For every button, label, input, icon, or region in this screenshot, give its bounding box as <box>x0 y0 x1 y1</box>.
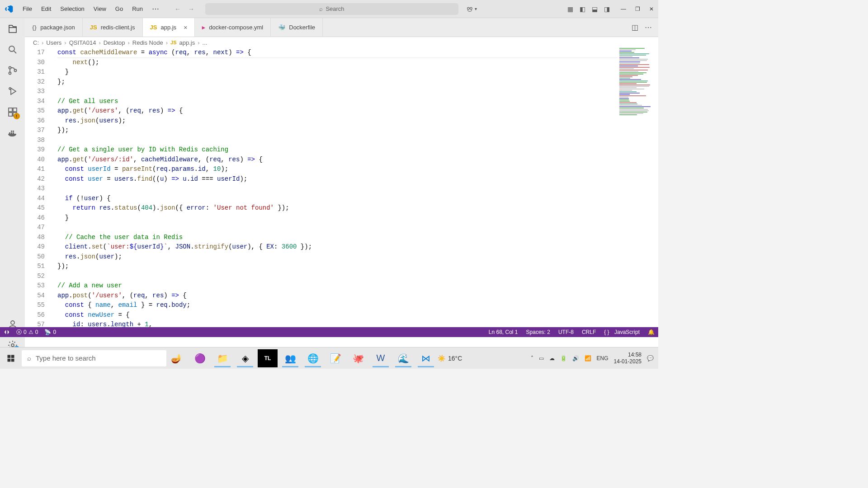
split-editor-icon[interactable]: ◫ <box>632 23 638 32</box>
taskbar-teams-icon[interactable]: 👥 <box>280 349 300 367</box>
layout-sidebar-right-icon[interactable]: ◨ <box>604 5 610 13</box>
copilot-button[interactable]: ▾ <box>466 5 477 13</box>
search-icon: ⌕ <box>319 5 323 12</box>
layout-sidebar-left-icon[interactable]: ◧ <box>580 5 585 13</box>
svg-point-4 <box>9 72 11 75</box>
taskbar-clock[interactable]: 14:58 14-01-2025 <box>614 352 642 365</box>
js-file-icon: JS <box>90 24 97 31</box>
taskbar-search[interactable]: ⌕ Type here to search <box>22 350 166 366</box>
command-center-search[interactable]: ⌕ Search <box>205 3 458 15</box>
breadcrumb-item[interactable]: QSITA014 <box>69 39 96 46</box>
menu-go[interactable]: Go <box>111 0 127 18</box>
breadcrumb-item[interactable]: Users <box>46 39 61 46</box>
taskbar-weather[interactable]: ☀️ 16°C <box>438 355 462 362</box>
menu-view[interactable]: View <box>89 0 111 18</box>
chevron-down-icon: ▾ <box>475 6 477 11</box>
layout-panel-icon[interactable]: ⬓ <box>592 5 598 13</box>
tray-onedrive-icon[interactable]: ☁ <box>549 355 555 361</box>
problems-indicator[interactable]: ⓧ0 ⚠0 <box>16 328 38 336</box>
extensions-icon[interactable]: ! <box>7 107 18 117</box>
svg-rect-15 <box>8 358 11 361</box>
layout-customize-icon[interactable]: ▦ <box>567 5 573 13</box>
taskbar-chrome-icon[interactable]: 🌐 <box>303 349 323 367</box>
menu-run[interactable]: Run <box>127 0 147 18</box>
tab-package-json[interactable]: {}package.json <box>25 18 83 37</box>
tab-app-js[interactable]: JSapp.js× <box>143 18 195 37</box>
titlebar: File Edit Selection View Go Run ⋯ ← → ⌕ … <box>0 0 658 18</box>
breadcrumb-item[interactable]: Redis Node <box>132 39 163 46</box>
close-icon[interactable]: ✕ <box>649 6 654 12</box>
menu-selection[interactable]: Selection <box>56 0 89 18</box>
menu-more-icon[interactable]: ⋯ <box>147 0 164 18</box>
taskbar-tl-icon[interactable]: TL <box>258 349 278 367</box>
maximize-icon[interactable]: ❐ <box>635 6 640 12</box>
tray-notifications-icon[interactable]: 💬 <box>647 355 654 361</box>
svg-point-1 <box>470 7 472 9</box>
taskbar-vscode-icon[interactable]: ⋈ <box>416 349 436 367</box>
taskbar-explorer-icon[interactable]: 📁 <box>212 349 232 367</box>
tray-wifi-icon[interactable]: 📶 <box>585 355 591 361</box>
clock-time: 14:58 <box>614 352 642 358</box>
indentation[interactable]: Spaces: 2 <box>526 329 550 335</box>
tray-language[interactable]: ENG <box>597 355 609 361</box>
json-file-icon: {} <box>32 24 37 31</box>
source-control-icon[interactable] <box>7 65 18 76</box>
tray-battery-icon[interactable]: 🔋 <box>560 355 567 361</box>
docker-icon[interactable] <box>7 127 18 138</box>
minimize-icon[interactable]: — <box>621 6 626 12</box>
tab-label: Dockerfile <box>289 24 315 31</box>
tray-meet-icon[interactable]: ▭ <box>539 355 544 361</box>
activity-bar: ! 1 <box>0 18 25 356</box>
language-mode[interactable]: { } JavaScript <box>604 329 640 335</box>
svg-rect-8 <box>13 108 17 112</box>
encoding[interactable]: UTF-8 <box>558 329 574 335</box>
tab-dockerfile[interactable]: 🐳Dockerfile <box>271 18 323 37</box>
menu-file[interactable]: File <box>18 0 37 18</box>
breadcrumb-item[interactable]: app.js <box>179 39 195 46</box>
nav-forward-icon[interactable]: → <box>186 4 196 14</box>
notifications-icon[interactable]: 🔔 <box>648 329 655 335</box>
code-content[interactable]: const cacheMiddleware = async (req, res,… <box>57 48 618 356</box>
breadcrumbs[interactable]: C:› Users› QSITA014› Desktop› Redis Node… <box>25 37 658 48</box>
menu-edit[interactable]: Edit <box>37 0 56 18</box>
eol[interactable]: CRLF <box>582 329 596 335</box>
taskbar-visualstudio-icon[interactable]: ◈ <box>235 349 255 367</box>
nav-back-icon[interactable]: ← <box>173 4 183 14</box>
status-bar: ⓧ0 ⚠0 📡0 Ln 68, Col 1 Spaces: 2 UTF-8 CR… <box>0 327 658 337</box>
remote-indicator[interactable] <box>4 329 10 335</box>
taskbar-copilot-icon[interactable]: 🟣 <box>190 349 210 367</box>
tab-label: docker-compose.yml <box>209 24 263 31</box>
taskbar-edge-icon[interactable]: 🌊 <box>393 349 413 367</box>
tab-redis-client[interactable]: JSredis-client.js <box>83 18 143 37</box>
taskbar-festive-icon[interactable]: 🪔 <box>166 349 186 367</box>
cursor-position[interactable]: Ln 68, Col 1 <box>489 329 518 335</box>
search-icon[interactable] <box>7 44 18 55</box>
code-editor[interactable]: 1730313233343536373839404142434445464748… <box>25 48 658 356</box>
tab-docker-compose[interactable]: ▸docker-compose.yml <box>195 18 271 37</box>
main-menu: File Edit Selection View Go Run ⋯ <box>18 0 164 18</box>
editor-tabs: {}package.json JSredis-client.js JSapp.j… <box>25 18 658 37</box>
tab-close-icon[interactable]: × <box>184 24 187 31</box>
tray-volume-icon[interactable]: 🔊 <box>572 355 579 361</box>
ports-indicator[interactable]: 📡0 <box>44 329 56 335</box>
breadcrumb-item[interactable]: Desktop <box>104 39 125 46</box>
start-button[interactable] <box>0 347 22 369</box>
taskbar-github-icon[interactable]: 🐙 <box>348 349 368 367</box>
clock-date: 14-01-2025 <box>614 358 642 365</box>
explorer-icon[interactable] <box>7 23 18 34</box>
taskbar-notepad-icon[interactable]: 📝 <box>326 349 345 367</box>
more-actions-icon[interactable]: ⋯ <box>645 23 652 32</box>
search-icon: ⌕ <box>27 354 31 362</box>
breadcrumb-item[interactable]: C: <box>33 39 39 46</box>
minimap[interactable] <box>619 48 652 183</box>
svg-point-5 <box>14 70 16 72</box>
svg-rect-14 <box>11 355 14 358</box>
tray-chevron-icon[interactable]: ˄ <box>531 355 533 361</box>
svg-point-0 <box>467 7 470 9</box>
taskbar-word-icon[interactable]: W <box>371 349 391 367</box>
run-debug-icon[interactable] <box>7 86 18 97</box>
breadcrumb-item[interactable]: ... <box>203 39 208 46</box>
windows-taskbar: ⌕ Type here to search 🪔 🟣 📁 ◈ TL 👥 🌐 📝 🐙… <box>0 347 658 369</box>
svg-rect-9 <box>9 113 12 116</box>
svg-point-11 <box>11 321 14 324</box>
